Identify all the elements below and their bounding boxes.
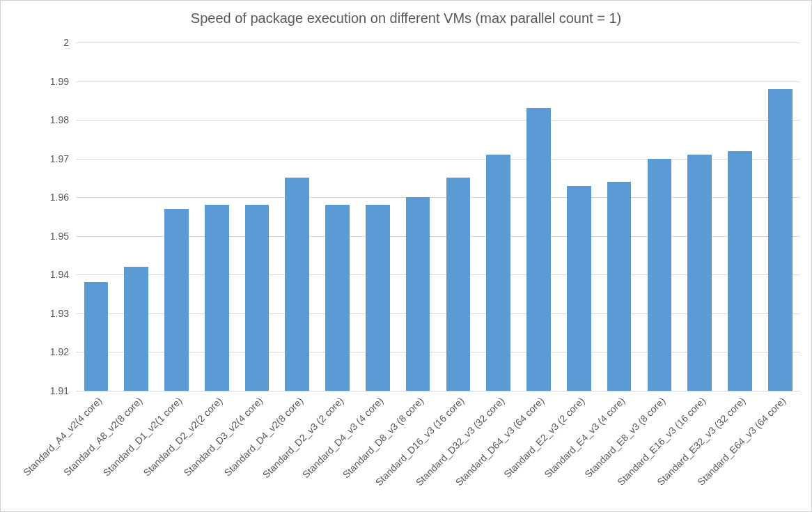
bar: [446, 178, 471, 391]
x-tick-label: Standard_A4_v2(4 core): [21, 395, 104, 478]
bar: [285, 178, 309, 391]
y-tick-label: 1.92: [34, 346, 69, 357]
gridline: [76, 391, 800, 391]
bar: [526, 108, 551, 391]
x-label-slot: Standard_E64_v3 (64 core): [760, 395, 800, 506]
bar: [325, 205, 350, 391]
bar-slot: [318, 42, 358, 391]
bar: [607, 182, 632, 391]
bar-slot: [157, 42, 197, 391]
bar-slot: [398, 42, 438, 391]
y-tick-label: 1.98: [34, 114, 69, 125]
bar: [687, 155, 712, 391]
bar-slot: [116, 42, 157, 391]
chart-title: Speed of package execution on different …: [1, 1, 811, 31]
bar-slot: [720, 42, 760, 391]
bar-slot: [357, 42, 398, 391]
y-tick-label: 2: [34, 37, 69, 48]
bar: [728, 151, 752, 391]
bar-slot: [639, 42, 680, 391]
plot-wrap: 1.911.921.931.941.951.961.971.981.992: [76, 42, 800, 391]
y-tick-label: 1.95: [34, 231, 69, 242]
y-tick-label: 1.97: [34, 153, 69, 164]
bar-slot: [599, 42, 639, 391]
bar-slot: [237, 42, 277, 391]
y-tick-label: 1.94: [34, 269, 69, 280]
bar-slot: [277, 42, 318, 391]
bar: [648, 159, 672, 391]
bar: [406, 197, 430, 391]
bar: [84, 282, 109, 391]
chart-container: Speed of package execution on different …: [0, 0, 812, 512]
bar-slot: [760, 42, 800, 391]
y-tick-label: 1.91: [34, 385, 69, 396]
bar-slot: [438, 42, 478, 391]
bar-slot: [559, 42, 599, 391]
bar: [164, 209, 189, 391]
bar-slot: [196, 42, 237, 391]
bar-slot: [519, 42, 559, 391]
bar: [366, 205, 390, 391]
x-axis-labels: Standard_A4_v2(4 core)Standard_A8_v2(8 c…: [76, 395, 800, 506]
bar: [768, 89, 793, 391]
bar: [124, 267, 148, 391]
bar: [245, 205, 270, 391]
bar: [567, 186, 591, 391]
y-tick-label: 1.99: [34, 76, 69, 87]
bar-slot: [76, 42, 116, 391]
bar: [205, 205, 229, 391]
bar-slot: [478, 42, 519, 391]
bar-group: [76, 42, 800, 391]
y-tick-label: 1.93: [34, 308, 69, 319]
bar: [486, 155, 510, 391]
bar-slot: [680, 42, 720, 391]
y-tick-label: 1.96: [34, 192, 69, 203]
